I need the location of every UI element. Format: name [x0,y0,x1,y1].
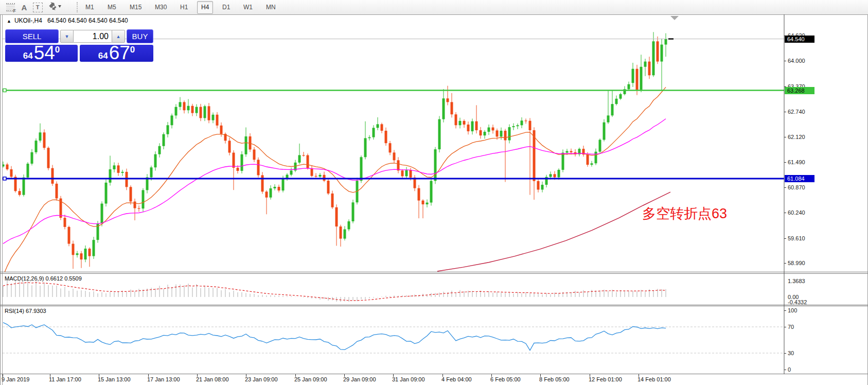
hline-anchor[interactable] [3,177,6,180]
rsi-tick [784,327,786,327]
price-axis-label: 64.000 [788,58,805,64]
time-axis-label: 8 Feb 05:00 [539,376,570,382]
price-tick [784,112,786,112]
price-axis-label: 62.120 [788,134,805,140]
rsi-tick [784,310,786,311]
sell-button[interactable]: SELL [5,29,59,43]
rsi-tick [784,353,786,354]
rsi-axis-label: 30 [788,350,794,356]
time-axis-label: 9 Jan 2019 [2,376,29,382]
chart-shift-marker-icon[interactable] [670,16,679,20]
time-axis-label: 15 Jan 13:00 [98,376,131,382]
chart-title: ▲UKOil-,H464.540 64.540 64.540 64.540 [7,17,128,24]
last-price-dash [668,38,674,39]
collapse-triangle-icon[interactable]: ▲ [7,19,11,24]
time-axis-label: 23 Jan 09:00 [245,376,278,382]
macd-axis-label: -0.4332 [788,299,807,305]
price-badge-63.268: 63.268 [785,87,814,94]
ma-fast-orange [3,87,666,276]
rising-trendline[interactable] [437,192,670,271]
rsi-axis-label: 70 [788,324,794,330]
trading-terminal: F A T M1M5M15M30H1H4D1W1MN ▲UKOil-,H464.… [0,0,868,385]
time-axis-label: 14 Feb 01:00 [637,376,671,382]
ma-slow-magenta [3,119,666,244]
price-tick [784,137,786,137]
rsi-axis-label: 0 [788,366,791,373]
price-axis-label: 61.490 [788,159,805,165]
macd-axis-label: 1.3683 [788,278,805,284]
time-axis-label: 29 Jan 09:00 [343,376,376,382]
macd-histogram [3,280,666,302]
sell-price-sup: 0 [55,39,60,61]
price-axis-label: 60.240 [788,209,805,216]
chart-annotation-text[interactable]: 多空转折点63 [642,207,727,221]
buy-price-sup: 0 [130,39,135,61]
candlestick-series [2,32,667,269]
time-axis-label: 21 Jan 08:00 [196,376,229,382]
price-badge-64.540: 64.540 [785,36,814,43]
symbol-period-label: UKOil-,H4 [14,17,42,24]
macd-signal-line [3,283,666,301]
price-tick [784,213,786,213]
price-badge-61.084: 61.084 [785,175,814,182]
sell-price-big: 54 [34,44,55,61]
price-tick [784,162,786,163]
one-click-trade-panel: SELL ▼ ▲ BUY 64 54 0 64 67 0 [5,29,153,62]
time-axis-label: 11 Jan 17:00 [49,376,81,382]
price-axis-label: 60.870 [788,184,805,190]
hline-anchor[interactable] [3,89,6,92]
price-tick [784,61,786,61]
time-axis-label: 17 Jan 13:00 [147,376,180,382]
rsi-tick [784,370,786,370]
buy-price-display[interactable]: 64 67 0 [80,45,153,62]
price-axis-label: 62.740 [788,109,805,115]
volume-increase-button[interactable]: ▲ [112,30,125,43]
ohlc-values: 64.540 64.540 64.540 64.540 [47,17,128,24]
time-axis-label: 4 Feb 04:00 [441,376,472,382]
price-tick [784,263,786,264]
time-axis-label: 6 Feb 05:00 [490,376,521,382]
price-tick [784,187,786,188]
price-axis-label: 59.610 [788,235,805,241]
macd-label: MACD(12,26,9) 0.6612 0.5509 [5,275,82,282]
sell-price-small: 64 [23,51,33,61]
rsi-label: RSI(14) 67.9303 [5,308,46,314]
time-axis-label: 31 Jan 09:00 [392,376,425,382]
volume-decrease-button[interactable]: ▼ [60,30,74,43]
sell-price-display[interactable]: 64 54 0 [5,45,78,62]
time-axis-label: 25 Jan 09:00 [294,376,327,382]
volume-input[interactable] [74,30,112,43]
rsi-axis-label: 100 [788,307,797,313]
price-tick [784,238,786,239]
buy-price-big: 67 [109,44,130,61]
buy-price-small: 64 [98,51,108,61]
time-axis-label: 12 Feb 01:00 [589,376,622,382]
price-axis-label: 58.990 [788,260,805,266]
